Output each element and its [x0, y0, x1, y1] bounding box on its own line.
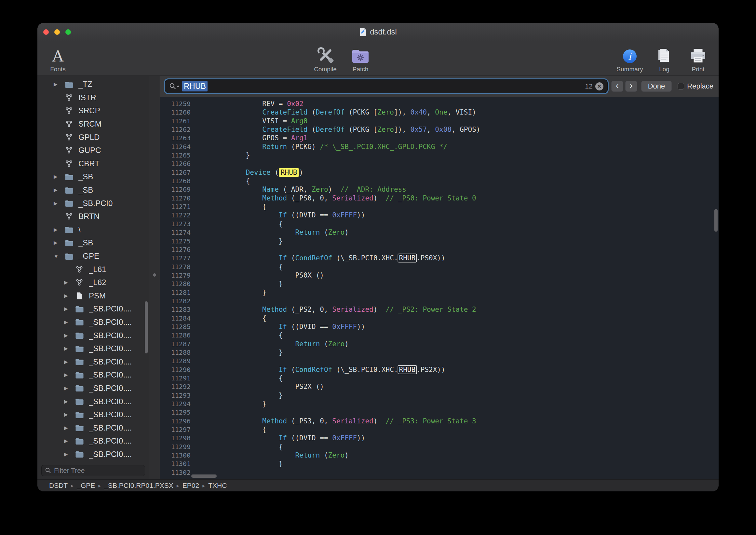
disclosure-collapsed-icon[interactable]: ▶ [52, 201, 64, 206]
folder-icon [74, 411, 85, 418]
sidebar-item-sb-pci0[interactable]: ▶_SB.PCI0.... [38, 316, 149, 329]
line-number: 11276 [160, 245, 197, 254]
sidebar-item-srcp[interactable]: SRCP [38, 104, 149, 118]
sidebar-item-backslash[interactable]: ▶\ [38, 223, 149, 237]
patch-folder-gear-icon [351, 43, 369, 66]
sidebar-item-sb-pci0[interactable]: ▶_SB.PCI0.... [38, 408, 149, 421]
sidebar-item-sb-pci0[interactable]: ▶_SB.PCI0.... [38, 461, 149, 464]
sidebar-item-sb-pci0[interactable]: ▶_SB.PCI0.... [38, 368, 149, 382]
disclosure-expanded-icon[interactable]: ▼ [52, 254, 64, 259]
sidebar-item-istr[interactable]: ISTR [38, 91, 149, 104]
sidebar-item-srcm[interactable]: SRCM [38, 118, 149, 131]
close-button[interactable] [43, 29, 49, 35]
sidebar-item-cbrt[interactable]: CBRT [38, 157, 149, 171]
disclosure-collapsed-icon[interactable]: ▶ [63, 399, 74, 405]
breadcrumb-item[interactable]: EP02 [182, 482, 199, 490]
disclosure-collapsed-icon[interactable]: ▶ [63, 372, 74, 378]
disclosure-collapsed-icon[interactable]: ▶ [52, 187, 64, 193]
minimize-button[interactable] [54, 29, 60, 35]
sidebar-item-sb[interactable]: ▶_SB [38, 183, 149, 197]
code-editor[interactable]: 11259REV = 0x0211260CreateField (DerefOf… [160, 97, 718, 479]
disclosure-collapsed-icon[interactable]: ▶ [52, 240, 64, 246]
sidebar-item-sb-pci0[interactable]: ▶_SB.PCI0.... [38, 355, 149, 368]
fonts-button[interactable]: A Fonts [40, 43, 76, 73]
replace-checkbox[interactable] [678, 83, 684, 90]
sidebar-item-sb[interactable]: ▶_SB [38, 236, 149, 250]
sidebar-item-gpld[interactable]: GPLD [38, 130, 149, 144]
summary-button[interactable]: i Summary [612, 43, 648, 73]
disclosure-collapsed-icon[interactable]: ▶ [63, 306, 74, 312]
clear-search-button[interactable]: × [595, 82, 604, 91]
disclosure-collapsed-icon[interactable]: ▶ [63, 438, 74, 444]
sidebar-item-sb-pci0[interactable]: ▶_SB.PCI0.... [38, 342, 149, 355]
sidebar-item-gupc[interactable]: GUPC [38, 144, 149, 157]
symbol-tree: ▶_TZISTRSRCPSRCMGPLDGUPCCBRT▶_SB▶_SB▶_SB… [38, 76, 149, 464]
disclosure-collapsed-icon[interactable]: ▶ [63, 319, 74, 325]
log-button[interactable]: Log [646, 43, 682, 73]
sidebar-item-sb-pci0[interactable]: ▶_SB.PCI0.... [38, 421, 149, 435]
search-input[interactable]: RHUB 12 × [165, 80, 608, 93]
disclosure-collapsed-icon[interactable]: ▶ [52, 174, 64, 180]
code-line: 11265} [160, 151, 718, 159]
code-token: DerefOf [316, 108, 349, 116]
sidebar-item-tz[interactable]: ▶_TZ [38, 78, 149, 91]
breadcrumb: DSDT▸_GPE▸_SB.PCI0.RP01.PXSX▸EP02▸TXHC [49, 482, 227, 490]
sidebar-item-brtn[interactable]: BRTN [38, 210, 149, 223]
sidebar-scrollbar-thumb[interactable] [145, 301, 148, 353]
pane-splitter[interactable] [149, 76, 160, 479]
code-token: , VISI) [447, 108, 476, 116]
document-proxy-icon[interactable] [359, 28, 366, 37]
info-circle-icon: i [622, 43, 637, 66]
sidebar-item-sb-pci0[interactable]: ▶_SB.PCI0.... [38, 448, 149, 461]
disclosure-collapsed-icon[interactable]: ▶ [52, 227, 64, 233]
sidebar-item-sb[interactable]: ▶_SB [38, 170, 149, 183]
sidebar-item-sb-pci0[interactable]: ▶_SB.PCI0.... [38, 435, 149, 448]
titlebar[interactable]: dsdt.dsl [38, 23, 718, 41]
sidebar-item-sb-pci0[interactable]: ▶_SB.PCI0 [38, 197, 149, 210]
patch-button[interactable]: Patch [342, 43, 378, 73]
print-label: Print [691, 66, 704, 73]
zoom-button[interactable] [66, 29, 71, 35]
disclosure-collapsed-icon[interactable]: ▶ [63, 412, 74, 417]
sidebar-item-l62[interactable]: ▶_L62 [38, 276, 149, 289]
breadcrumb-item[interactable]: TXHC [208, 482, 227, 490]
code-line: 11288} [160, 348, 718, 357]
disclosure-collapsed-icon[interactable]: ▶ [63, 346, 74, 352]
sidebar-item-sb-pci0[interactable]: ▶_SB.PCI0.... [38, 329, 149, 342]
code-token: ) [373, 417, 386, 425]
editor-vertical-scrollbar-thumb[interactable] [715, 209, 717, 232]
code-token: Return [262, 143, 291, 151]
print-button[interactable]: Print [680, 43, 716, 73]
sidebar-item-sb-pci0[interactable]: ▶_SB.PCI0.... [38, 302, 149, 316]
sidebar-item-gpe[interactable]: ▼_GPE [38, 250, 149, 263]
disclosure-collapsed-icon[interactable]: ▶ [52, 81, 64, 87]
code-token: Method [262, 194, 291, 202]
code-token: VISI = [262, 117, 291, 125]
code-token: { [262, 314, 266, 322]
previous-match-button[interactable]: ‹ [611, 81, 623, 92]
next-match-button[interactable]: › [625, 81, 637, 92]
disclosure-collapsed-icon[interactable]: ▶ [63, 280, 74, 285]
disclosure-collapsed-icon[interactable]: ▶ [63, 451, 74, 457]
filter-tree-input[interactable]: Filter Tree [41, 465, 145, 476]
disclosure-collapsed-icon[interactable]: ▶ [63, 385, 74, 391]
disclosure-collapsed-icon[interactable]: ▶ [63, 425, 74, 431]
sidebar-item-sb-pci0[interactable]: ▶_SB.PCI0.... [38, 382, 149, 395]
code-token: // _PS3: Power State 3 [386, 417, 476, 425]
sidebar-item-l61[interactable]: _L61 [38, 263, 149, 276]
compile-button[interactable]: Compile [308, 43, 343, 73]
breadcrumb-item[interactable]: _GPE [77, 482, 95, 490]
disclosure-collapsed-icon[interactable]: ▶ [63, 359, 74, 365]
sidebar-item-psm[interactable]: ▶PSM [38, 289, 149, 303]
line-number: 11296 [160, 417, 197, 425]
line-number: 11270 [160, 194, 197, 202]
disclosure-collapsed-icon[interactable]: ▶ [63, 293, 74, 299]
breadcrumb-item[interactable]: _SB.PCI0.RP01.PXSX [104, 482, 173, 490]
done-button[interactable]: Done [641, 81, 672, 92]
disclosure-collapsed-icon[interactable]: ▶ [63, 333, 74, 338]
line-number: 11293 [160, 391, 197, 400]
sidebar-item-sb-pci0[interactable]: ▶_SB.PCI0.... [38, 395, 149, 408]
editor-horizontal-scrollbar-thumb[interactable] [191, 474, 217, 478]
line-number: 11287 [160, 340, 197, 348]
breadcrumb-item[interactable]: DSDT [49, 482, 68, 490]
